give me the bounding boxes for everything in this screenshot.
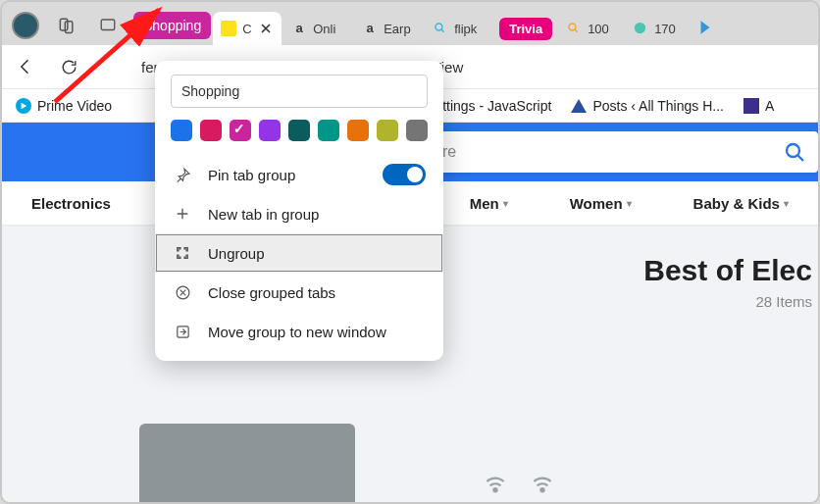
- svg-point-8: [787, 144, 799, 157]
- chevron-down-icon: ▾: [503, 198, 508, 209]
- svg-line-9: [798, 156, 804, 162]
- color-swatch[interactable]: [230, 120, 251, 141]
- color-swatch[interactable]: [171, 120, 192, 141]
- tab-actions-icon[interactable]: [94, 12, 122, 39]
- tab[interactable]: Trivia: [495, 12, 556, 45]
- tab[interactable]: C: [213, 12, 282, 45]
- tab[interactable]: a Earp: [354, 12, 423, 45]
- new-window-icon: [173, 322, 192, 341]
- tab[interactable]: a Onli: [283, 12, 352, 45]
- color-swatch[interactable]: [288, 120, 310, 141]
- category-electronics[interactable]: Electronics: [31, 195, 111, 212]
- svg-rect-2: [101, 20, 115, 30]
- tab[interactable]: 170: [625, 12, 690, 45]
- bing-favicon: [566, 21, 582, 36]
- svg-point-11: [540, 488, 543, 491]
- category-women[interactable]: Women▾: [570, 195, 632, 212]
- svg-point-10: [493, 488, 496, 491]
- back-button[interactable]: [12, 53, 39, 80]
- tab-title: flipk: [454, 22, 477, 36]
- category-men[interactable]: Men▾: [470, 195, 508, 212]
- triangle-icon: [571, 99, 587, 113]
- color-swatch[interactable]: [347, 120, 369, 141]
- pin-toggle[interactable]: [383, 164, 426, 185]
- color-swatch[interactable]: [318, 120, 339, 141]
- menu-close-grouped-tabs[interactable]: Close grouped tabs: [155, 273, 443, 312]
- menu-ungroup[interactable]: Ungroup: [155, 233, 443, 273]
- edge-favicon: [633, 21, 648, 36]
- refresh-button[interactable]: [55, 53, 82, 80]
- svg-line-6: [575, 29, 578, 32]
- tab-title: C: [242, 22, 251, 36]
- tab-title: 170: [654, 22, 676, 36]
- prime-video-icon: [16, 98, 31, 114]
- tab[interactable]: 100: [558, 12, 623, 45]
- color-swatch[interactable]: [259, 120, 281, 141]
- equalizer-icon: [743, 98, 759, 114]
- ungroup-icon: [173, 243, 192, 263]
- bookmark-label: A: [765, 98, 774, 114]
- group-name-input[interactable]: Shopping: [171, 75, 428, 108]
- bookmark-item[interactable]: Prime Video: [16, 98, 112, 114]
- tab-title: Earp: [384, 22, 410, 36]
- menu-move-group-new-window[interactable]: Move group to new window: [155, 312, 443, 351]
- bookmark-label: Settings - JavaScript: [426, 98, 551, 114]
- tab-group-menu: Shopping Pin tab group New tab in group …: [155, 61, 443, 361]
- svg-rect-1: [65, 22, 73, 33]
- workspaces-icon[interactable]: [53, 12, 80, 39]
- svg-line-4: [441, 29, 444, 32]
- tab-scroll-right-icon[interactable]: [692, 14, 719, 41]
- bookmark-label: Prime Video: [37, 98, 112, 114]
- menu-pin-group[interactable]: Pin tab group: [155, 155, 443, 194]
- profile-avatar[interactable]: [12, 12, 39, 39]
- bing-favicon: [433, 21, 448, 36]
- svg-rect-0: [60, 19, 68, 30]
- chevron-down-icon: ▾: [627, 198, 632, 209]
- bookmark-item[interactable]: Posts ‹ All Things H...: [571, 98, 724, 114]
- category-baby-kids[interactable]: Baby & Kids▾: [693, 195, 789, 212]
- color-swatch[interactable]: [200, 120, 222, 141]
- plus-icon: [173, 204, 192, 224]
- chevron-down-icon: ▾: [784, 198, 789, 209]
- pin-icon: [173, 165, 192, 184]
- search-icon: [783, 140, 806, 164]
- menu-new-tab-in-group[interactable]: New tab in group: [155, 194, 443, 233]
- tab-title: 100: [588, 22, 609, 36]
- tab-strip: Shopping C a Onli a Earp flipk Trivia 10…: [2, 2, 818, 45]
- amazon-favicon: a: [291, 21, 307, 36]
- amazon-favicon: a: [362, 21, 378, 36]
- tab-title: Onli: [313, 22, 335, 36]
- bookmark-item[interactable]: A: [743, 98, 774, 114]
- bookmark-item[interactable]: Settings - JavaScript: [426, 98, 551, 114]
- product-image: [139, 424, 355, 504]
- tab[interactable]: flipk: [425, 12, 493, 45]
- wifi-icon: [483, 467, 555, 496]
- close-tab-icon[interactable]: [257, 20, 274, 37]
- bookmark-label: Posts ‹ All Things H...: [592, 98, 724, 114]
- flipkart-favicon: [221, 21, 236, 36]
- close-circle-icon: [173, 282, 192, 302]
- color-swatch[interactable]: [406, 120, 428, 141]
- color-swatches: [155, 120, 443, 155]
- tab-group-label[interactable]: Shopping: [133, 12, 211, 39]
- color-swatch[interactable]: [377, 120, 398, 141]
- tab-group-label-trivia[interactable]: Trivia: [499, 18, 552, 40]
- svg-point-7: [635, 23, 645, 33]
